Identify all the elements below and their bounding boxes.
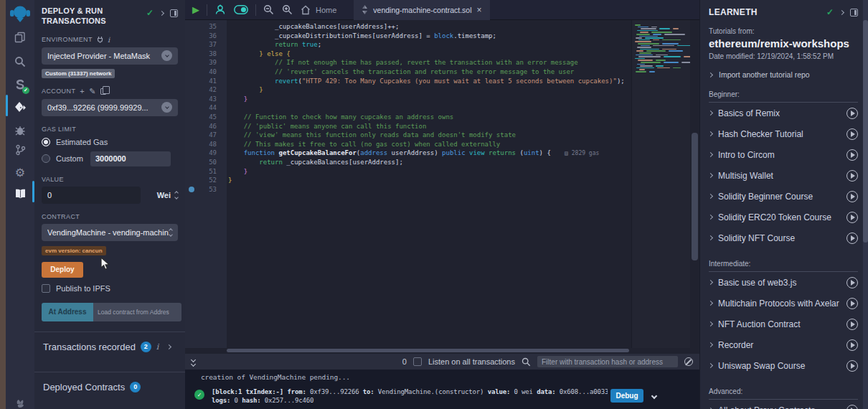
code-line[interactable]: // 'public' means anyone can call this f… [228,122,631,131]
collapse-terminal-icon[interactable] [192,358,195,366]
plugin-manager-icon[interactable]: ⚙ [6,162,34,182]
contract-select[interactable]: VendingMachine - vending-machin [42,224,178,241]
tutorial-item[interactable]: NFT Auction Contract [709,314,858,334]
line-number[interactable]: 39 [185,58,227,67]
copilot-toggle-icon[interactable] [234,5,248,14]
publish-ipfs-checkbox[interactable] [42,284,50,293]
zoom-out-icon[interactable] [263,4,274,15]
code-line[interactable]: _cupcakeDistributionTimes[userAddress] =… [228,32,631,41]
account-dropdown-icon[interactable] [161,102,172,113]
expand-tx-icon[interactable] [652,392,656,400]
minimap[interactable] [631,20,690,348]
play-icon[interactable] [846,360,858,372]
line-number[interactable]: 36 [185,32,227,41]
editor-horizontal-scrollbar[interactable] [185,348,699,354]
learneth-scrollbar[interactable] [863,0,868,409]
line-number[interactable]: 40 [185,67,227,77]
code-line[interactable]: } [228,176,631,185]
scrollbar-thumb[interactable] [863,20,868,243]
transactions-recorded-row[interactable]: Transactions recorded 2 i [42,332,178,362]
line-number[interactable]: 41 [185,77,227,86]
play-icon[interactable] [846,149,858,161]
deployed-contracts-row[interactable]: Deployed Contracts 0 [42,372,178,402]
code-lines[interactable]: _cupcakeBalances[userAddress]++; _cupcak… [227,20,631,348]
account-select[interactable]: 0xf39...92266 (9999.99929... [42,99,178,116]
code-line[interactable]: return _cupcakeBalances[userAddress]; [228,158,631,167]
pin-panel-icon[interactable] [850,9,858,17]
code-line[interactable] [228,103,631,113]
tutorial-item[interactable]: Basics of Remix [709,103,858,123]
line-number[interactable]: 37 [185,40,227,50]
tutorial-item[interactable]: Uniswap Swap Course [709,355,858,376]
at-address-button[interactable]: At Address [42,303,93,321]
code-line[interactable]: return true; [228,40,631,50]
learneth-book-icon[interactable] [6,184,34,204]
tutorial-item[interactable]: All about Proxy Contracts [709,400,858,409]
line-number[interactable]: 51 [185,167,227,177]
play-icon[interactable] [846,405,858,409]
file-explorer-icon[interactable] [6,27,34,47]
tutorial-item[interactable]: Solidity ERC20 Token Course [709,207,858,227]
line-number[interactable]: 35 [185,22,227,32]
play-icon[interactable] [846,232,858,244]
zoom-in-icon[interactable] [282,4,293,15]
solidity-compiler-icon[interactable]: ✓ [6,75,34,95]
info-icon[interactable]: i [156,342,159,352]
home-label[interactable]: Home [316,6,336,14]
tutorial-item[interactable]: Intro to Circom [709,144,858,165]
tutorial-item[interactable]: Solidity Beginner Course [709,186,858,207]
environment-dropdown-icon[interactable] [161,50,172,61]
home-icon[interactable] [301,5,311,15]
code-line[interactable]: } [228,95,631,104]
remix-ai-icon[interactable] [214,4,226,15]
code-line[interactable]: // Function to check how many cupcakes a… [228,113,631,122]
run-script-icon[interactable]: ▶ [192,5,199,14]
import-repo-row[interactable]: Import another tutorial repo [709,70,868,79]
edit-icon[interactable]: ✎ [89,88,96,95]
code-line[interactable]: function getCupcakeBalanceFor(address us… [228,149,631,158]
play-icon[interactable] [846,277,858,288]
environment-select[interactable]: Injected Provider - MetaMask [42,47,178,65]
tutorial-item[interactable]: Solidity NFT Course [709,227,858,248]
tab-close-icon[interactable]: × [477,6,482,14]
tutorial-item[interactable]: Recorder [709,334,858,355]
code-line[interactable]: // 'revert' cancels the transaction and … [228,67,631,77]
line-number[interactable]: 43 [185,95,227,104]
terminal-filter-input[interactable] [537,356,678,367]
deploy-button[interactable]: Deploy [42,262,83,278]
custom-gas-input[interactable]: 3000000 [90,151,171,166]
add-account-icon[interactable]: + [80,88,85,95]
git-icon[interactable] [6,140,34,160]
play-icon[interactable] [846,319,858,330]
line-number[interactable]: 45 [185,113,227,122]
debugger-icon[interactable] [6,121,34,141]
listen-checkbox[interactable] [413,357,422,366]
line-number[interactable]: 49 [185,149,227,158]
at-address-input[interactable] [93,303,181,321]
transaction-log-row[interactable]: ✓ [block:1 txIndex:-] from: 0xf39...9226… [191,387,694,405]
play-icon[interactable] [846,298,858,309]
line-number[interactable]: 42 [185,85,227,95]
search-icon[interactable] [6,52,34,72]
pin-panel-icon[interactable] [170,9,178,17]
line-number[interactable]: 44 [185,103,227,113]
code-line[interactable]: // This makes it free to call (no gas co… [228,140,631,149]
hand-icon[interactable] [6,393,34,409]
editor-tab[interactable]: vending-machine-contract.sol × [354,0,489,20]
play-icon[interactable] [846,128,858,140]
code-line[interactable]: revert("HTTP 429: Too Many Cupcakes (you… [228,77,631,86]
play-icon[interactable] [846,191,858,202]
code-line[interactable]: _cupcakeBalances[userAddress]++; [228,22,631,32]
line-number[interactable]: 38 [185,50,227,59]
scrollbar-thumb[interactable] [692,133,698,260]
value-unit-select[interactable]: Wei [141,191,178,199]
code-editor[interactable]: 35363738394041424344454647484950515253 _… [185,20,699,348]
unit-spinner-icon[interactable] [175,192,178,199]
code-line[interactable]: } [228,85,631,95]
line-number[interactable]: 50 [185,158,227,167]
line-number[interactable]: 53 [185,185,227,194]
line-number[interactable]: 48 [185,140,227,149]
code-line[interactable]: } [228,167,631,177]
terminal-output[interactable]: creation of VendingMachine pending... ✓ … [185,370,699,409]
listen-label[interactable]: Listen on all transactions [428,357,515,366]
